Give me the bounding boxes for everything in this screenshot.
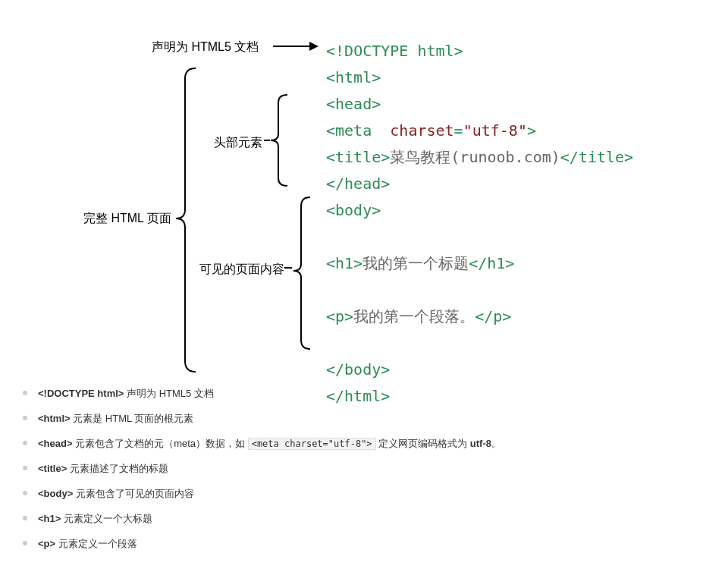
label-head: 头部元素 xyxy=(214,135,262,151)
code-p-open: <p> xyxy=(326,307,353,325)
code-title-open: <title> xyxy=(326,148,390,166)
bullet-body: <body> 元素包含了可见的页面内容 xyxy=(23,487,720,501)
code-body-open: <body> xyxy=(326,201,381,219)
code-body-close: </body> xyxy=(326,360,390,379)
code-doctype-close: > xyxy=(454,42,463,60)
label-doctype: 声明为 HTML5 文档 xyxy=(152,39,259,55)
connector-head xyxy=(264,137,271,144)
html-structure-diagram: 声明为 HTML5 文档 完整 HTML 页面 头部元素 可见的页面内容 <!D… xyxy=(8,15,720,364)
code-head-open: <head> xyxy=(326,95,381,113)
code-sample: <!DOCTYPE html> <html> <head> <meta char… xyxy=(326,38,633,410)
bullet-h1: <h1> 元素定义一个大标题 xyxy=(23,512,720,526)
arrow-doctype xyxy=(273,46,311,47)
code-h1-close: </h1> xyxy=(469,254,514,272)
bullet-html: <html> 元素是 HTML 页面的根元素 xyxy=(23,412,720,426)
label-body: 可见的页面内容 xyxy=(199,262,284,278)
brace-page xyxy=(174,68,197,372)
description-list: <!DOCTYPE html> 声明为 HTML5 文档 <html> 元素是 … xyxy=(8,387,720,551)
label-page: 完整 HTML 页面 xyxy=(83,211,171,227)
code-h1-text: 我的第一个标题 xyxy=(362,254,469,272)
code-chip-meta: <meta charset="utf-8"> xyxy=(248,438,376,450)
code-html-open: <html> xyxy=(326,68,381,86)
bullet-title: <title> 元素描述了文档的标题 xyxy=(23,462,720,476)
code-p-text: 我的第一个段落。 xyxy=(353,307,475,325)
code-title-text: 菜鸟教程(runoob.com) xyxy=(390,148,560,166)
brace-head xyxy=(269,95,289,186)
bullet-doctype: <!DOCTYPE html> 声明为 HTML5 文档 xyxy=(23,387,720,401)
connector-body xyxy=(284,264,293,272)
code-meta-open: <meta xyxy=(326,121,372,140)
code-head-close: </head> xyxy=(326,174,390,193)
bullet-head: <head> 元素包含了文档的元（meta）数据，如 <meta charset… xyxy=(23,437,720,451)
code-doctype: DOCTYPE html xyxy=(344,42,454,60)
code-h1-open: <h1> xyxy=(326,254,362,272)
bullet-p: <p> 元素定义一个段落 xyxy=(23,537,720,551)
brace-body xyxy=(292,197,312,349)
code-meta-attr: charset xyxy=(390,121,453,140)
code-title-close: </title> xyxy=(560,148,633,166)
code-doctype-open: <! xyxy=(326,42,344,60)
code-p-close: </p> xyxy=(475,307,511,325)
